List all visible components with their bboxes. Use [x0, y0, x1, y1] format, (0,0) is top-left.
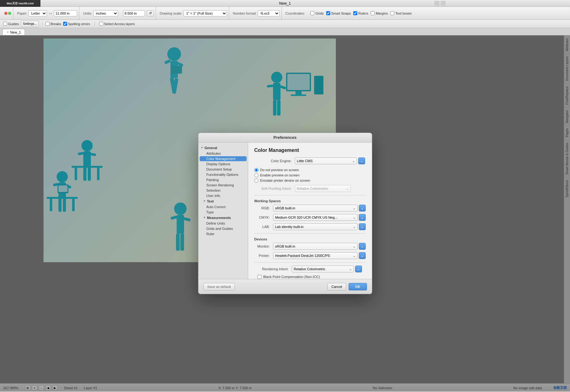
dialog-footer: Save as default Cancel OK [198, 279, 372, 294]
smart-snaps-checkbox[interactable] [326, 11, 330, 15]
spelling-group: Spelling errors [63, 22, 90, 26]
save-as-default-button[interactable]: Save as default [203, 283, 235, 290]
refresh-btn[interactable]: ↺ [147, 10, 154, 16]
app-icon-red [4, 12, 7, 15]
nav-selection[interactable]: Selection [200, 188, 247, 193]
printer-row: Printer: Hewlett-Packard DeskJet 1200C/P… [254, 252, 366, 259]
nav-auto-correct[interactable]: Auto Correct [200, 204, 247, 209]
color-engine-label: Color Engine: [254, 159, 295, 163]
color-engine-select[interactable]: Little CMS [295, 157, 357, 164]
drawing-scale-label: Drawing scale: [160, 11, 182, 15]
ri-btn[interactable]: ⌄ [355, 266, 362, 272]
nav-functionality-options[interactable]: Functionality Options [200, 172, 247, 177]
monitor-select[interactable]: sRGB built-in [273, 243, 358, 250]
margins-checkbox[interactable] [371, 11, 375, 15]
grids-checkbox[interactable] [310, 11, 314, 15]
grid-options-section: Grids Smart Snaps Rulers Margins Text bo… [308, 7, 413, 20]
preferences-dialog: Preferences General Attributes Color Man… [198, 133, 372, 294]
paper-section: Paper: Letter ↔ [15, 7, 79, 20]
lab-select[interactable]: Lab identity built-in [273, 223, 358, 230]
textboxes-checkbox[interactable] [390, 11, 394, 15]
guides-checkbox[interactable] [3, 22, 7, 26]
dialog-sidebar: General Attributes Color Management Disp… [198, 143, 248, 279]
toolbar-icon-2[interactable] [441, 1, 446, 6]
cmyk-select-wrap: Medium GCR 320 UCR CMYK US Neg... [273, 214, 358, 221]
color-engine-row: Color Engine: Little CMS [254, 157, 366, 164]
cmyk-label: CMYK: [254, 216, 273, 219]
printer-select-wrap: Hewlett-Packard DeskJet 1200C/PS [273, 252, 358, 259]
tab-label: New_1 [10, 30, 21, 34]
dialog-title-bar: Preferences [198, 133, 372, 143]
paper-select[interactable]: Letter [28, 10, 47, 16]
nav-text-label: Text [207, 199, 214, 203]
rgb-btn[interactable]: ⌄ [359, 205, 366, 212]
guides-group: Guides [3, 22, 19, 26]
select-across-label: Select Across layers [104, 22, 135, 26]
arrow-icon: ↔ [48, 11, 53, 16]
lab-btn[interactable]: ⌄ [359, 223, 366, 230]
monitor-btn[interactable]: ⌄ [359, 243, 366, 250]
toolbar-icon-1[interactable] [434, 1, 439, 6]
nav-attributes[interactable]: Attributes [200, 151, 247, 156]
soft-proofing-select-wrap: Relative Colorimetric [295, 185, 351, 192]
cmyk-select[interactable]: Medium GCR 320 UCR CMYK US Neg... [273, 214, 358, 221]
nav-painting[interactable]: Painting [200, 177, 247, 182]
radio-do-not-preview-input[interactable] [254, 168, 258, 172]
soft-proofing-select[interactable]: Relative Colorimetric [295, 185, 351, 192]
settings-btn[interactable]: Settings... [21, 21, 39, 27]
nav-text-header[interactable]: Text [198, 198, 248, 204]
radio-emulate-printer-input[interactable] [254, 179, 258, 183]
nav-ruler[interactable]: Ruler [200, 231, 247, 236]
nav-type[interactable]: Type [200, 210, 247, 215]
black-point-checkbox[interactable] [257, 275, 262, 279]
radio-do-not-preview-label: Do not preview on screen [260, 168, 299, 172]
margins-label: Margins [376, 11, 388, 15]
dialog-title: Preferences [273, 135, 296, 140]
height-input[interactable] [123, 10, 145, 16]
ok-button[interactable]: OK [349, 283, 367, 290]
divider-2 [254, 233, 366, 234]
cmyk-btn[interactable]: ⌄ [359, 214, 366, 221]
nav-measurements-header[interactable]: Measurements [198, 215, 248, 221]
black-point-label: Black Point Compensation (Non-ICC) [263, 275, 320, 279]
radio-enable-preview-input[interactable] [254, 173, 258, 177]
drawing-scale-select[interactable]: 1" = 1" (Full Size) [183, 10, 227, 16]
select-across-group: Select Across layers [99, 22, 135, 26]
number-format-label: Number format: [233, 11, 257, 15]
color-engine-btn[interactable] [358, 157, 365, 164]
grids-label: Grids [315, 11, 323, 15]
number-format-select[interactable]: N.xx3 [258, 10, 280, 16]
printer-select[interactable]: Hewlett-Packard DeskJet 1200C/PS [273, 252, 358, 259]
close-icon-tab[interactable]: ✕ [7, 30, 9, 34]
tab-new1[interactable]: ✕ New_1 [2, 29, 25, 35]
printer-btn[interactable]: ⌄ [359, 252, 366, 259]
nav-grids-guides[interactable]: Grids and Guides [200, 226, 247, 231]
nav-general-header[interactable]: General [198, 145, 248, 151]
units-select[interactable]: inches [93, 10, 118, 16]
lab-label: LAB: [254, 225, 273, 229]
rgb-select[interactable]: sRGB built-in [273, 205, 358, 212]
rendering-intent-select[interactable]: Relative Colorimetric [292, 266, 354, 272]
breaks-checkbox[interactable] [45, 22, 49, 26]
radio-do-not-preview: Do not preview on screen [254, 167, 366, 173]
nav-screen-rendering[interactable]: Screen Rendering [200, 183, 247, 188]
rulers-checkbox[interactable] [353, 11, 357, 15]
radio-emulate-printer: Emulate printer device on screen [254, 178, 366, 183]
spelling-checkbox[interactable] [63, 22, 67, 26]
tab-bar: ✕ New_1 [0, 28, 570, 35]
nav-color-management[interactable]: Color Management [200, 156, 247, 161]
select-across-checkbox[interactable] [99, 22, 103, 26]
rgb-row: RGB: sRGB built-in ⌄ [254, 205, 366, 212]
radio-enable-preview-label: Enable preview on screen [260, 173, 300, 177]
working-spaces-label: Working Spaces [254, 199, 366, 203]
nav-user-info[interactable]: User Info [200, 193, 247, 198]
grids-group: Grids [310, 11, 323, 15]
smart-snaps-group: Smart Snaps [326, 11, 351, 15]
cancel-button[interactable]: Cancel [327, 283, 346, 290]
nav-define-units[interactable]: Define Units [200, 221, 247, 226]
nav-document-setup[interactable]: Document Setup [200, 167, 247, 172]
width-input[interactable] [54, 10, 77, 16]
soft-proofing-row: Soft Proofing Intent: Relative Colorimet… [254, 185, 366, 192]
printer-label: Printer: [254, 254, 273, 258]
nav-display-options[interactable]: Display Options [200, 162, 247, 166]
